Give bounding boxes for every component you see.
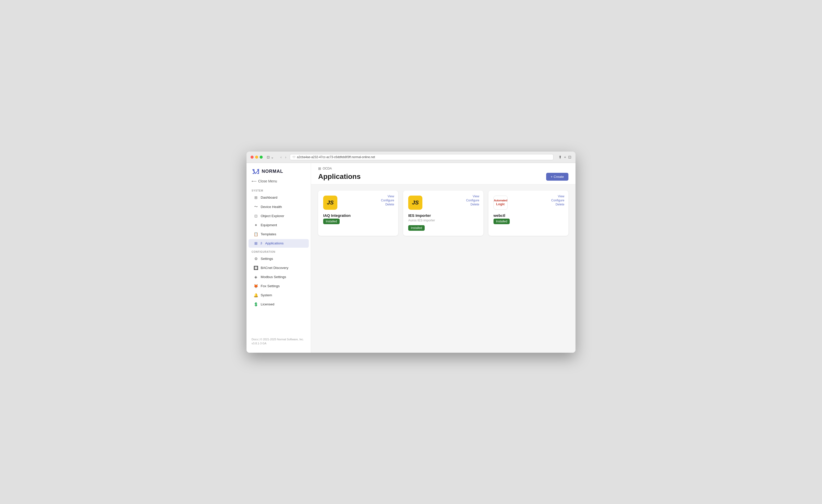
breadcrumb-icon: ⊞ (318, 166, 321, 170)
traffic-light-red[interactable] (251, 155, 254, 159)
app-card-ies: View Configure Delete JS IES Importer Au… (403, 190, 483, 236)
object-explorer-icon: ⊡ (254, 214, 258, 218)
sidebar-label-system: System (261, 293, 272, 297)
system-icon: 🔔 (254, 293, 258, 298)
sidebar-label-applications: Applications (265, 241, 284, 245)
sidebar-label-templates: Templates (261, 232, 276, 236)
address-bar[interactable]: 🛡 a2cba4ae-a232-47cc-ac73-c6ddfeb8f3ff.n… (290, 154, 553, 160)
logo-text: NORMAL (262, 169, 283, 174)
iaq-configure-link[interactable]: Configure (381, 198, 394, 202)
app-card-webctl: View Configure Delete Automated Logic we… (488, 190, 568, 236)
share-button[interactable]: ⬆ (558, 155, 562, 159)
ies-configure-link[interactable]: Configure (466, 198, 479, 202)
sidebar-label-modbus: Modbus Settings (261, 275, 286, 279)
traffic-lights (251, 155, 263, 159)
back-button[interactable]: ‹ (280, 154, 283, 160)
ies-description: Auros IES importer (408, 218, 478, 222)
bacnet-icon: 🔲 (254, 266, 258, 270)
create-button[interactable]: + Create (546, 173, 568, 181)
close-menu-button[interactable]: ⟵ Close Menu (247, 177, 311, 187)
sidebar-item-device-health[interactable]: 〜 Device Health (249, 202, 309, 211)
sidebar-label-licensed: Licensed (261, 302, 274, 306)
sidebar-button[interactable]: ⊡ (568, 155, 571, 159)
sidebar-item-object-explorer[interactable]: ⊡ Object Explorer (249, 212, 309, 220)
beta-badge: β (261, 242, 262, 245)
iaq-logo-text: JS (327, 199, 334, 206)
iaq-card-actions: View Configure Delete (381, 194, 394, 206)
breadcrumb: ⊞ OCDA (318, 166, 568, 170)
close-menu-icon: ⟵ (252, 179, 257, 183)
webctl-view-link[interactable]: View (558, 194, 564, 198)
sidebar-item-equipment[interactable]: ✦ Equipment (249, 221, 309, 229)
sidebar-item-applications[interactable]: ⊞ β Applications (249, 239, 309, 248)
sidebar: NORMAL ⟵ Close Menu SYSTEM ⊞ Dashboard 〜… (247, 163, 311, 353)
traffic-light-yellow[interactable] (255, 155, 258, 159)
footer-version: v3.8.1-3 GA (252, 341, 306, 346)
new-tab-button[interactable]: + (564, 155, 566, 159)
templates-icon: 📋 (254, 232, 258, 236)
ies-status-badge: Installed (408, 225, 425, 231)
browser-actions: ⬆ + ⊡ (558, 155, 571, 159)
sidebar-item-system[interactable]: 🔔 System (249, 291, 309, 300)
ies-card-actions: View Configure Delete (466, 194, 479, 206)
ies-view-link[interactable]: View (473, 194, 479, 198)
iaq-logo: JS (323, 195, 337, 210)
app-layout: NORMAL ⟵ Close Menu SYSTEM ⊞ Dashboard 〜… (247, 163, 575, 353)
ies-delete-link[interactable]: Delete (470, 203, 479, 206)
ies-logo: JS (408, 195, 422, 210)
dashboard-icon: ⊞ (254, 195, 258, 200)
sidebar-toggle-button[interactable]: ⊡ ⌄ (265, 154, 275, 160)
url-text: a2cba4ae-a232-47cc-ac73-c6ddfeb8f3ff.nor… (297, 155, 375, 159)
browser-nav: ‹ › (280, 154, 287, 160)
forward-button[interactable]: › (284, 154, 288, 160)
apps-grid: View Configure Delete JS IAQ Integration… (311, 184, 575, 242)
settings-icon: ⚙ (254, 257, 258, 261)
sidebar-item-licensed[interactable]: 💲 Licensed (249, 300, 309, 309)
webctl-logo: Automated Logic (493, 195, 508, 210)
webctl-delete-link[interactable]: Delete (555, 203, 564, 206)
sidebar-logo: NORMAL (247, 163, 311, 177)
sidebar-item-settings[interactable]: ⚙ Settings (249, 255, 309, 263)
security-icon: 🛡 (293, 155, 295, 159)
iaq-status-badge: Installed (323, 218, 340, 224)
automated-logic-logo-text: Automated Logic (494, 199, 507, 206)
iaq-view-link[interactable]: View (388, 194, 394, 198)
iaq-delete-link[interactable]: Delete (385, 203, 394, 206)
sidebar-label-fox: Fox Settings (261, 284, 280, 288)
browser-window: ⊡ ⌄ ‹ › 🛡 a2cba4ae-a232-47cc-ac73-c6ddfe… (247, 151, 575, 353)
webctl-card-actions: View Configure Delete (551, 194, 564, 206)
sidebar-label-dashboard: Dashboard (261, 195, 277, 199)
sidebar-item-dashboard[interactable]: ⊞ Dashboard (249, 193, 309, 202)
traffic-light-green[interactable] (260, 155, 263, 159)
ies-title: IES Importer (408, 213, 478, 217)
footer-copyright: Docs | © 2021-2025 Normal Software, Inc. (252, 337, 306, 342)
normal-logo-icon (252, 167, 260, 175)
sidebar-item-modbus-settings[interactable]: ◈ Modbus Settings (249, 273, 309, 281)
webctl-configure-link[interactable]: Configure (551, 198, 564, 202)
applications-icon: ⊞ (254, 241, 258, 246)
sidebar-label-equipment: Equipment (261, 223, 277, 227)
main-content: ⊞ OCDA Applications + Create View Config… (311, 163, 575, 353)
webctl-status-badge: Installed (493, 218, 510, 224)
browser-chrome: ⊡ ⌄ ‹ › 🛡 a2cba4ae-a232-47cc-ac73-c6ddfe… (247, 151, 575, 163)
close-menu-label: Close Menu (258, 179, 277, 183)
config-section-label: CONFIGURATION (247, 248, 311, 254)
main-header: ⊞ OCDA Applications + Create (311, 163, 575, 184)
device-health-icon: 〜 (254, 204, 258, 209)
breadcrumb-label: OCDA (323, 167, 332, 170)
ies-logo-text: JS (412, 199, 419, 206)
sidebar-item-templates[interactable]: 📋 Templates (249, 230, 309, 238)
fox-icon: 🦊 (254, 284, 258, 289)
iaq-title: IAQ Integration (323, 213, 393, 217)
sidebar-label-bacnet: BACnet Discovery (261, 266, 289, 270)
sidebar-label-device-health: Device Health (261, 205, 282, 209)
webctl-title: webctl (493, 213, 563, 217)
sidebar-item-fox-settings[interactable]: 🦊 Fox Settings (249, 282, 309, 291)
licensed-icon: 💲 (254, 302, 258, 307)
main-header-row: Applications + Create (318, 172, 568, 181)
page-title: Applications (318, 172, 361, 181)
system-section-label: SYSTEM (247, 187, 311, 193)
sidebar-label-settings: Settings (261, 257, 273, 261)
sidebar-footer: Docs | © 2021-2025 Normal Software, Inc.… (247, 334, 311, 349)
sidebar-item-bacnet-discovery[interactable]: 🔲 BACnet Discovery (249, 264, 309, 272)
